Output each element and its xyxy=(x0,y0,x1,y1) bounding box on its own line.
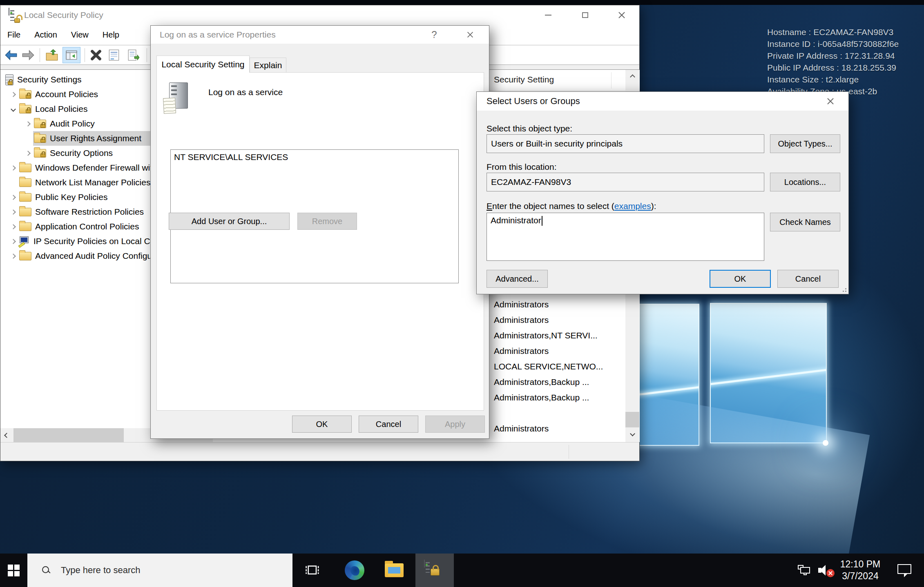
remove-button[interactable]: Remove xyxy=(297,213,357,230)
folder-icon xyxy=(19,222,31,231)
network-tray-icon[interactable] xyxy=(796,554,814,587)
window-title: Local Security Policy xyxy=(24,10,103,20)
properties-title-bar[interactable]: Log on as a service Properties ? xyxy=(151,26,489,44)
instance-info-private-ip: Private IP Address : 172.31.28.94 xyxy=(767,50,899,62)
windows-logo-icon xyxy=(8,565,20,576)
close-icon[interactable] xyxy=(817,92,844,111)
taskbar-search[interactable]: Type here to search xyxy=(27,554,292,587)
apply-button[interactable]: Apply xyxy=(425,416,485,433)
location-field[interactable]: EC2AMAZ-FAN98V3 xyxy=(487,173,764,191)
volume-muted-icon[interactable] xyxy=(816,554,837,587)
object-names-textarea[interactable]: Administrator xyxy=(487,213,764,261)
tree-item-software-restriction[interactable]: Software Restriction Policies xyxy=(0,205,151,219)
tree-item-local-policies[interactable]: Local Policies xyxy=(0,102,151,116)
list-row[interactable]: Administrators xyxy=(494,312,616,328)
list-row[interactable]: Administrators xyxy=(494,343,616,359)
console-tree-toggle-icon[interactable] xyxy=(62,47,80,63)
close-button[interactable] xyxy=(603,5,640,25)
properties-icon[interactable] xyxy=(107,49,121,62)
list-row[interactable]: LOCAL SERVICE,NETWO... xyxy=(494,359,616,374)
tab-explain[interactable]: Explain xyxy=(250,58,286,73)
task-view-button[interactable] xyxy=(303,554,322,587)
tree-item-security-settings[interactable]: Security Settings xyxy=(0,72,151,87)
list-row[interactable]: Administrators,Backup ... xyxy=(494,390,616,405)
forward-icon[interactable] xyxy=(22,49,35,62)
chevron-right-icon[interactable] xyxy=(11,224,16,229)
tab-local-security-setting[interactable]: Local Security Setting xyxy=(156,56,250,73)
select-dialog-title-bar[interactable]: Select Users or Groups xyxy=(477,92,848,111)
list-row[interactable]: Administrators xyxy=(494,297,616,312)
cancel-button[interactable]: Cancel xyxy=(777,270,839,288)
cancel-button[interactable]: Cancel xyxy=(359,416,418,433)
advanced-button[interactable]: Advanced... xyxy=(487,270,548,288)
object-type-field[interactable]: Users or Built-in security principals xyxy=(487,134,764,153)
instance-info-overlay: Hostname : EC2AMAZ-FAN98V3 Instance ID :… xyxy=(767,26,899,97)
tree-item-application-control[interactable]: Application Control Policies xyxy=(0,219,151,234)
chevron-down-icon[interactable] xyxy=(11,107,16,112)
list-row[interactable]: Administrators xyxy=(494,421,616,436)
chevron-right-icon[interactable] xyxy=(11,92,16,97)
computer-lock-icon xyxy=(5,74,13,85)
chevron-right-icon[interactable] xyxy=(11,209,16,215)
help-icon[interactable]: ? xyxy=(422,26,446,44)
select-dialog-title: Select Users or Groups xyxy=(487,96,580,107)
folder-lock-icon xyxy=(34,120,46,128)
export-list-icon[interactable] xyxy=(127,49,140,62)
edge-button[interactable] xyxy=(343,554,366,587)
chevron-right-icon[interactable] xyxy=(11,239,16,244)
column-header-security-setting[interactable]: Security Setting xyxy=(494,75,554,84)
taskbar-clock[interactable]: 12:10 PM 3/7/2024 xyxy=(837,554,883,587)
object-types-button[interactable]: Object Types... xyxy=(770,134,840,153)
menu-action[interactable]: Action xyxy=(27,25,64,45)
tree-item-windows-defender-firewall[interactable]: Windows Defender Firewall with Advanced … xyxy=(0,160,151,175)
resize-grip[interactable] xyxy=(841,287,847,292)
scroll-left-icon[interactable] xyxy=(0,428,13,442)
ok-button[interactable]: OK xyxy=(292,416,352,433)
instance-info-hostname: Hostname : EC2AMAZ-FAN98V3 xyxy=(767,26,899,38)
folder-icon xyxy=(19,208,31,216)
export-folder-icon[interactable] xyxy=(45,49,58,62)
tree-item-user-rights-assignment[interactable]: User Rights Assignment xyxy=(0,131,151,146)
scroll-up-icon[interactable] xyxy=(625,70,639,84)
member-item[interactable]: NT SERVICE\ALL SERVICES xyxy=(174,152,455,162)
tree-item-audit-policy[interactable]: Audit Policy xyxy=(0,116,151,131)
folder-lock-icon xyxy=(19,90,31,99)
chevron-right-icon[interactable] xyxy=(25,121,31,127)
menu-file[interactable]: File xyxy=(0,25,27,45)
maximize-button[interactable] xyxy=(567,5,603,25)
scrollbar-thumb[interactable] xyxy=(625,412,639,427)
start-button[interactable] xyxy=(0,554,27,587)
tree-item-account-policies[interactable]: Account Policies xyxy=(0,87,151,102)
examples-link[interactable]: examples xyxy=(614,201,651,211)
folder-icon xyxy=(19,178,31,187)
chevron-right-icon[interactable] xyxy=(11,195,16,200)
column-divider[interactable] xyxy=(611,72,612,89)
menu-view[interactable]: View xyxy=(64,25,96,45)
local-security-policy-taskbar-button[interactable] xyxy=(415,554,454,587)
check-names-button[interactable]: Check Names xyxy=(770,213,840,231)
scroll-down-icon[interactable] xyxy=(625,427,639,440)
list-row[interactable]: Administrators,Backup ... xyxy=(494,374,616,390)
menu-help[interactable]: Help xyxy=(96,25,126,45)
delete-icon[interactable] xyxy=(89,49,103,62)
close-icon[interactable] xyxy=(458,26,482,44)
minimize-button[interactable] xyxy=(530,5,567,25)
tree-item-network-list-manager[interactable]: Network List Manager Policies xyxy=(0,175,151,190)
add-user-or-group-button[interactable]: Add User or Group... xyxy=(169,213,290,230)
main-title-bar[interactable]: Local Security Policy xyxy=(0,5,639,25)
tree-item-ip-security-policies[interactable]: IP Security Policies on Local Computer xyxy=(0,234,151,249)
list-row[interactable] xyxy=(494,405,616,421)
chevron-right-icon[interactable] xyxy=(25,151,31,156)
chevron-right-icon[interactable] xyxy=(11,253,16,259)
chevron-right-icon[interactable] xyxy=(11,165,16,171)
scrollbar-thumb[interactable] xyxy=(13,428,124,442)
tree-item-security-options[interactable]: Security Options xyxy=(0,146,151,160)
action-center-button[interactable] xyxy=(894,554,916,587)
back-icon[interactable] xyxy=(4,49,18,62)
list-row[interactable]: Administrators,NT SERVI... xyxy=(494,328,616,343)
ok-button[interactable]: OK xyxy=(710,270,771,288)
locations-button[interactable]: EC2AMAZ-FAN98V3Locations... xyxy=(770,173,840,191)
file-explorer-button[interactable] xyxy=(383,554,405,587)
tree-item-public-key-policies[interactable]: Public Key Policies xyxy=(0,190,151,205)
tree-item-advanced-audit-policy[interactable]: Advanced Audit Policy Configuration xyxy=(0,249,151,263)
